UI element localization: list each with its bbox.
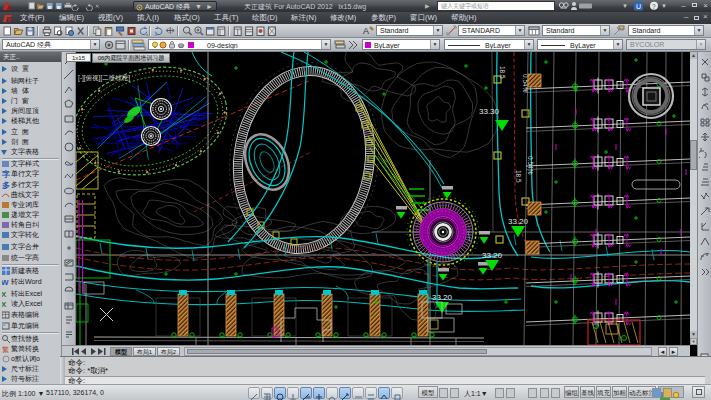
svg-text:18.5: 18.5: [499, 66, 506, 79]
svg-text:繁: 繁: [2, 346, 9, 353]
svg-text:A: A: [363, 26, 369, 36]
svg-text:?: ?: [652, 3, 656, 10]
svg-text:U: U: [636, 3, 641, 10]
svg-text:18.5: 18.5: [515, 170, 522, 183]
svg-text:▼: ▼: [661, 3, 667, 9]
svg-text:▼: ▼: [622, 3, 628, 9]
svg-text:X: X: [2, 290, 7, 298]
svg-text:W: W: [2, 278, 9, 286]
svg-text:X: X: [2, 300, 7, 308]
svg-text:JF: JF: [636, 79, 642, 85]
svg-text:多: 多: [2, 181, 10, 189]
svg-text:33.20: 33.20: [432, 293, 453, 302]
svg-text:33.20: 33.20: [482, 251, 503, 260]
svg-text:33.30: 33.30: [479, 107, 500, 116]
svg-text:字: 字: [2, 170, 10, 178]
svg-text:[-][俯视][二维线框]: [-][俯视][二维线框]: [78, 74, 130, 82]
